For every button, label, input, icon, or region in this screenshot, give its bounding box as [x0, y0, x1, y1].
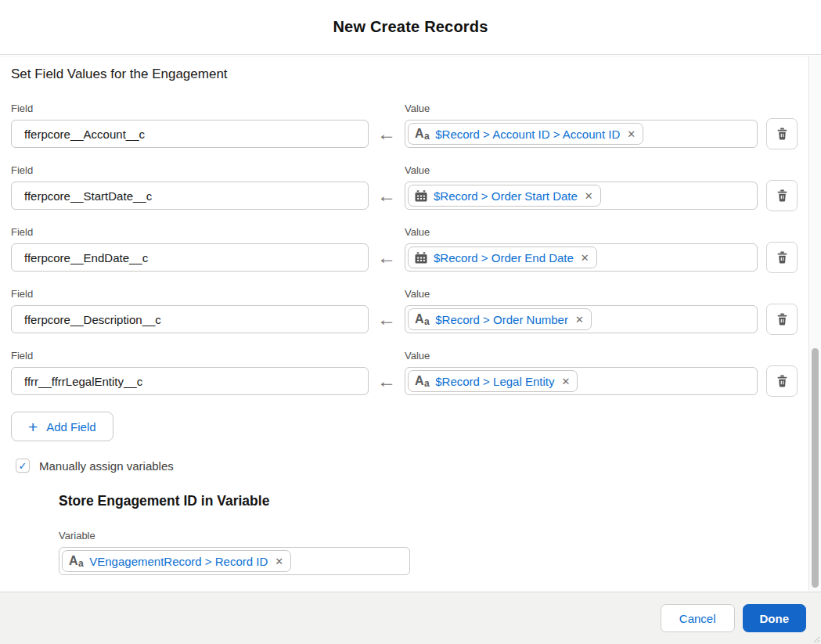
trash-icon [776, 128, 788, 140]
field-value-row: Field fferpcore__Description__c ← Value … [11, 288, 798, 333]
delete-row-button[interactable] [766, 304, 798, 335]
field-value-row: Field ffrr__ffrrLegalEntity__c ← Value A… [11, 350, 798, 395]
calendar-icon [415, 190, 427, 202]
pill-text: $Record > Account ID > Account ID [435, 128, 620, 141]
delete-row-button[interactable] [766, 365, 798, 397]
remove-icon[interactable]: ✕ [575, 315, 584, 325]
value-label: Value [405, 103, 758, 115]
store-variable-heading: Store Engagement ID in Variable [59, 493, 798, 509]
dialog-title: New Create Records [333, 18, 488, 36]
value-input[interactable]: Aa $Record > Legal Entity ✕ [405, 367, 758, 395]
value-input[interactable]: Aa $Record > Account ID > Account ID ✕ [405, 120, 758, 148]
dialog-header: New Create Records [0, 0, 821, 55]
text-type-icon: Aa [415, 128, 429, 140]
add-field-button[interactable]: + Add Field [11, 412, 113, 441]
text-type-icon: Aa [415, 313, 429, 326]
field-input[interactable]: fferpcore__Description__c [11, 305, 369, 333]
variable-label: Variable [59, 530, 410, 542]
add-field-label: Add Field [46, 420, 95, 434]
value-pill[interactable]: Aa $Record > Order Start Date ✕ [408, 185, 601, 207]
value-label: Value [405, 226, 758, 239]
section-heading: Set Field Values for the Engagement [11, 67, 798, 82]
left-arrow-icon: ← [369, 182, 405, 210]
value-pill[interactable]: Aa $Record > Order Number ✕ [408, 308, 592, 330]
resize-grip-icon [813, 636, 820, 643]
pill-text: $Record > Order Number [435, 313, 568, 326]
field-input-value: fferpcore__Description__c [24, 313, 161, 326]
scrollbar-track[interactable] [808, 56, 821, 591]
delete-row-button[interactable] [766, 180, 798, 211]
field-input-value: fferpcore__EndDate__c [24, 251, 148, 264]
variable-input[interactable]: Aa VEngagementRecord > Record ID ✕ [59, 547, 410, 575]
field-input[interactable]: ffrr__ffrrLegalEntity__c [11, 367, 369, 395]
delete-row-button[interactable] [766, 118, 798, 149]
field-input[interactable]: fferpcore__StartDate__c [11, 182, 369, 210]
value-pill[interactable]: Aa $Record > Order End Date ✕ [408, 246, 597, 268]
field-value-row: Field fferpcore__Account__c ← Value Aa [11, 103, 798, 148]
trash-icon [776, 189, 788, 202]
left-arrow-icon: ← [369, 305, 405, 333]
value-input[interactable]: Aa $Record > Order End Date ✕ [405, 243, 758, 272]
calendar-icon [415, 252, 427, 264]
field-label: Field [11, 288, 369, 300]
store-variable-section: Store Engagement ID in Variable Variable… [59, 493, 798, 575]
field-value-row: Field fferpcore__StartDate__c ← Value Aa [11, 164, 798, 210]
text-type-icon: Aa [415, 375, 429, 387]
field-label: Field [11, 164, 369, 177]
trash-icon [776, 251, 788, 264]
field-input[interactable]: fferpcore__Account__c [11, 120, 369, 148]
manually-assign-label: Manually assign variables [39, 459, 174, 473]
left-arrow-icon: ← [369, 367, 405, 395]
value-input[interactable]: Aa $Record > Order Start Date ✕ [405, 182, 758, 210]
trash-icon [776, 375, 788, 387]
left-arrow-icon: ← [369, 120, 405, 148]
remove-icon[interactable]: ✕ [561, 376, 570, 387]
delete-row-button[interactable] [766, 242, 798, 273]
remove-icon[interactable]: ✕ [581, 253, 589, 263]
value-label: Value [405, 288, 758, 300]
value-input[interactable]: Aa $Record > Order Number ✕ [405, 305, 758, 333]
trash-icon [776, 313, 788, 326]
dialog-footer: Cancel Done [0, 592, 821, 644]
value-label: Value [405, 164, 758, 177]
value-pill[interactable]: Aa $Record > Legal Entity ✕ [408, 370, 578, 392]
field-input-value: ffrr__ffrrLegalEntity__c [24, 375, 142, 388]
pill-text: $Record > Order Start Date [434, 189, 578, 203]
done-button[interactable]: Done [743, 604, 807, 632]
remove-icon[interactable]: ✕ [627, 129, 636, 139]
dialog-body: Set Field Values for the Engagement Fiel… [0, 56, 808, 591]
field-label: Field [11, 226, 369, 239]
field-rows: Field fferpcore__Account__c ← Value Aa [11, 103, 798, 395]
remove-icon[interactable]: ✕ [275, 556, 283, 567]
variable-pill-text: VEngagementRecord > Record ID [89, 555, 268, 568]
value-label: Value [405, 350, 758, 362]
scrollbar-thumb[interactable] [812, 348, 819, 588]
plus-icon: + [28, 419, 38, 435]
field-value-row: Field fferpcore__EndDate__c ← Value Aa [11, 226, 798, 272]
check-icon: ✓ [19, 461, 27, 471]
pill-text: $Record > Legal Entity [435, 375, 554, 388]
field-label: Field [11, 103, 369, 115]
field-input[interactable]: fferpcore__EndDate__c [11, 243, 369, 272]
manually-assign-checkbox[interactable]: ✓ [16, 459, 30, 473]
pill-text: $Record > Order End Date [434, 251, 574, 264]
variable-pill[interactable]: Aa VEngagementRecord > Record ID ✕ [62, 550, 291, 572]
value-pill[interactable]: Aa $Record > Account ID > Account ID ✕ [408, 123, 643, 145]
left-arrow-icon: ← [369, 243, 405, 272]
cancel-button[interactable]: Cancel [661, 604, 735, 632]
text-type-icon: Aa [69, 555, 83, 567]
field-label: Field [11, 350, 369, 362]
manually-assign-row: ✓ Manually assign variables [16, 459, 798, 473]
field-input-value: fferpcore__Account__c [24, 128, 145, 141]
field-input-value: fferpcore__StartDate__c [24, 189, 152, 203]
remove-icon[interactable]: ✕ [585, 191, 593, 201]
